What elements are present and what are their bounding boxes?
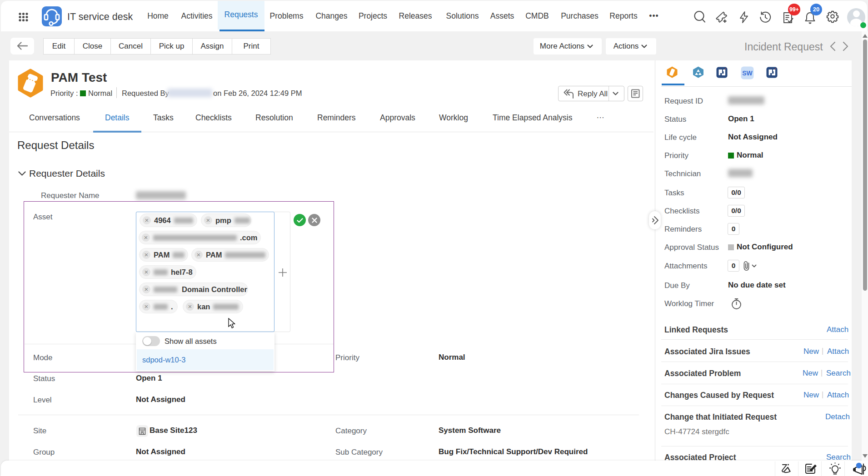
svg-text:SW: SW [742,69,753,77]
